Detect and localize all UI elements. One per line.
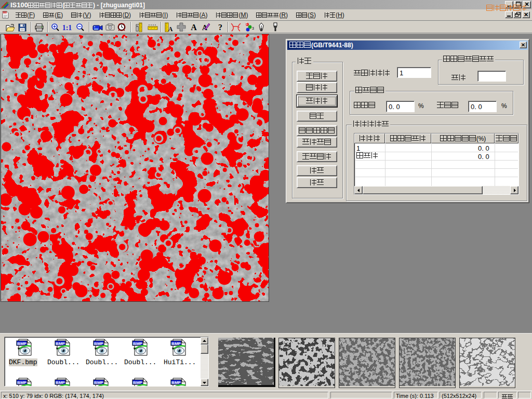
svg-text:DOC: DOC	[3, 11, 7, 14]
svg-text:A: A	[191, 23, 197, 31]
svg-text:?: ?	[218, 23, 222, 31]
svg-text:3: 3	[252, 26, 254, 30]
svg-text:A: A	[168, 25, 173, 32]
svg-text:1: 1	[246, 22, 248, 25]
svg-text:1:1: 1:1	[63, 24, 72, 31]
